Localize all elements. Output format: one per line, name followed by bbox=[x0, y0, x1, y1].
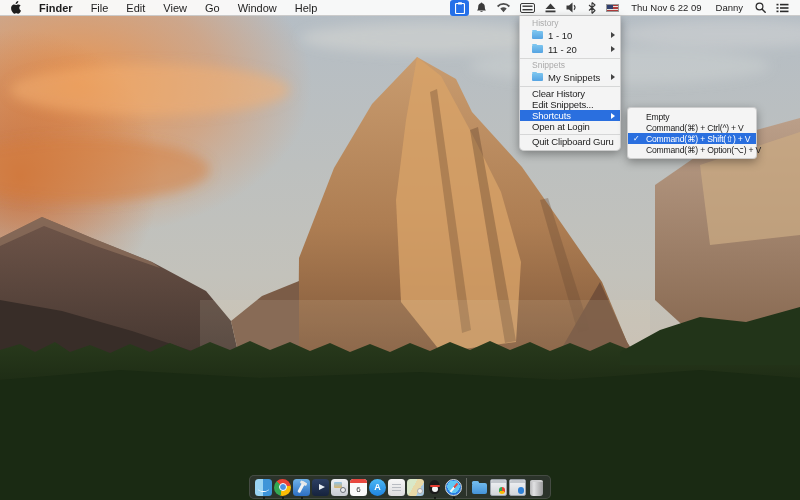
menu-separator bbox=[520, 58, 620, 59]
menu-item-label: My Snippets bbox=[548, 72, 600, 83]
dock-item-media-player[interactable] bbox=[312, 479, 329, 496]
pages-icon bbox=[388, 479, 405, 496]
search-icon bbox=[755, 2, 766, 13]
submenu-arrow-icon bbox=[611, 32, 615, 38]
dock-item-safari[interactable] bbox=[445, 479, 462, 496]
clipboard-guru-menu-extra[interactable] bbox=[450, 0, 469, 16]
wifi-menu-extra[interactable] bbox=[492, 0, 515, 15]
running-indicator bbox=[434, 497, 436, 499]
folder-icon bbox=[532, 73, 543, 81]
submenu-arrow-icon bbox=[611, 46, 615, 52]
submenu-item-cmd-ctrl-v[interactable]: Command(⌘) + Ctrl(^) + V bbox=[628, 122, 756, 133]
keyboard-icon bbox=[520, 3, 535, 13]
running-indicator bbox=[301, 497, 303, 499]
volume-menu-extra[interactable] bbox=[561, 0, 583, 15]
us-flag-icon bbox=[606, 4, 619, 12]
menu-item-quit[interactable]: Quit Clipboard Guru bbox=[520, 136, 620, 147]
menu-item-label: Shortcuts bbox=[532, 110, 571, 121]
submenu-arrow-icon bbox=[611, 74, 615, 80]
menu-window[interactable]: Window bbox=[229, 0, 286, 15]
submenu-item-empty[interactable]: Empty bbox=[628, 111, 756, 122]
eject-menu-extra[interactable] bbox=[540, 0, 561, 15]
submenu-item-label: Command(⌘) + Shift(⇧) + V bbox=[646, 134, 750, 144]
clipboard-guru-menu: History 1 - 10 11 - 20 Snippets My Snipp… bbox=[519, 16, 621, 151]
running-indicator bbox=[263, 497, 265, 499]
notification-center-menu-extra[interactable] bbox=[771, 0, 794, 15]
dock-item-calendar[interactable]: 6 bbox=[350, 479, 367, 496]
desktop: Finder File Edit View Go Window Help bbox=[0, 0, 800, 500]
menu-item-shortcuts[interactable]: Shortcuts bbox=[520, 110, 620, 121]
checkmark-icon: ✓ bbox=[633, 134, 640, 143]
calendar-icon: 6 bbox=[350, 479, 367, 496]
menu-go[interactable]: Go bbox=[196, 0, 229, 15]
fast-user-switch-menu[interactable]: Danny bbox=[709, 2, 750, 13]
bell-icon bbox=[476, 2, 487, 14]
menu-file[interactable]: File bbox=[82, 0, 118, 15]
clipboard-icon bbox=[455, 2, 465, 14]
safari-icon bbox=[445, 479, 462, 496]
submenu-item-cmd-option-v[interactable]: Command(⌘) + Option(⌥) + V bbox=[628, 144, 756, 155]
apple-menu[interactable] bbox=[0, 0, 30, 15]
history-section-header: History bbox=[520, 18, 620, 28]
menu-help[interactable]: Help bbox=[286, 0, 327, 15]
menu-item-edit-snippets[interactable]: Edit Snippets... bbox=[520, 99, 620, 110]
snippets-section-header: Snippets bbox=[520, 60, 620, 70]
input-source-menu-extra[interactable] bbox=[601, 0, 624, 15]
folder-icon bbox=[471, 479, 488, 496]
qq-icon bbox=[426, 479, 443, 496]
dock: 6 A bbox=[249, 475, 551, 499]
dock-item-minimized-window-chrome[interactable] bbox=[490, 479, 507, 496]
photos-icon bbox=[407, 479, 424, 496]
menu-separator bbox=[520, 134, 620, 135]
bluetooth-menu-extra[interactable] bbox=[583, 0, 601, 15]
dock-item-minimized-window-blue[interactable] bbox=[509, 479, 526, 496]
dock-item-chrome[interactable] bbox=[274, 479, 291, 496]
spotlight-menu-extra[interactable] bbox=[750, 0, 771, 15]
dock-item-finder[interactable] bbox=[255, 479, 272, 496]
list-icon bbox=[776, 3, 789, 13]
app-store-icon: A bbox=[369, 479, 386, 496]
dock-item-photos[interactable] bbox=[407, 479, 424, 496]
menu-bar-clock[interactable]: Thu Nov 6 22 09 bbox=[624, 2, 708, 13]
dock-item-qq[interactable] bbox=[426, 479, 443, 496]
running-indicator bbox=[453, 497, 455, 499]
dock-item-pages[interactable] bbox=[388, 479, 405, 496]
shortcuts-submenu: Empty Command(⌘) + Ctrl(^) + V ✓ Command… bbox=[627, 107, 757, 159]
dock-item-trash[interactable] bbox=[528, 479, 545, 496]
menu-view[interactable]: View bbox=[154, 0, 196, 15]
menu-item-open-at-login[interactable]: Open at Login bbox=[520, 121, 620, 132]
wallpaper-el-capitan bbox=[0, 0, 800, 500]
menu-item-clear-history[interactable]: Clear History bbox=[520, 88, 620, 99]
menu-item-history-11-20[interactable]: 11 - 20 bbox=[520, 42, 620, 56]
folder-icon bbox=[532, 31, 543, 39]
dock-item-xcode[interactable] bbox=[293, 479, 310, 496]
keyboard-viewer-menu-extra[interactable] bbox=[515, 0, 540, 15]
bluetooth-icon bbox=[588, 2, 596, 14]
media-player-icon bbox=[312, 479, 329, 496]
eject-icon bbox=[545, 3, 556, 13]
bell-menu-extra[interactable] bbox=[471, 0, 492, 15]
wifi-icon bbox=[497, 3, 510, 13]
dock-separator bbox=[466, 478, 467, 496]
submenu-item-cmd-shift-v[interactable]: ✓ Command(⌘) + Shift(⇧) + V bbox=[628, 133, 756, 144]
menu-finder[interactable]: Finder bbox=[30, 0, 82, 15]
dock-item-preview[interactable] bbox=[331, 479, 348, 496]
apple-icon bbox=[10, 1, 21, 14]
chrome-icon bbox=[274, 479, 291, 496]
dock-item-folder[interactable] bbox=[471, 479, 488, 496]
preview-icon bbox=[331, 479, 348, 496]
menu-bar-status: Thu Nov 6 22 09 Danny bbox=[450, 0, 800, 15]
dock-item-app-store[interactable]: A bbox=[369, 479, 386, 496]
finder-icon bbox=[255, 479, 272, 496]
trash-icon bbox=[530, 480, 543, 496]
menu-item-my-snippets[interactable]: My Snippets bbox=[520, 70, 620, 84]
folder-icon bbox=[532, 45, 543, 53]
menu-item-history-1-10[interactable]: 1 - 10 bbox=[520, 28, 620, 42]
menu-separator bbox=[520, 86, 620, 87]
volume-icon bbox=[566, 2, 578, 13]
submenu-arrow-icon bbox=[611, 113, 615, 119]
menu-edit[interactable]: Edit bbox=[117, 0, 154, 15]
running-indicator bbox=[282, 497, 284, 499]
menu-item-label: 1 - 10 bbox=[548, 30, 572, 41]
calendar-day: 6 bbox=[350, 483, 367, 496]
